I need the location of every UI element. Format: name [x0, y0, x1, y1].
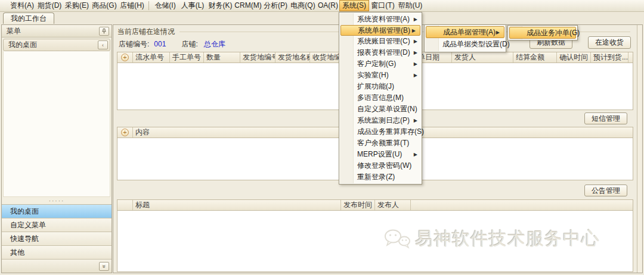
- system-menu-item-2[interactable]: 系统账目管理(C)▶: [339, 36, 422, 47]
- sms-manage-button[interactable]: 短信管理: [584, 112, 627, 124]
- system-menu-item-10[interactable]: 成品业务重算库存(S): [339, 126, 422, 138]
- announcement-grid-column-1[interactable]: 标题: [133, 200, 341, 210]
- system-menu-item-1[interactable]: 系统单据管理(B)▶: [340, 25, 420, 36]
- menu-item-label: 成品单据类型设置(D): [442, 40, 510, 48]
- announcement-grid-column-3[interactable]: 发布人: [375, 200, 411, 210]
- shop-code-label: 店铺编号:: [119, 40, 149, 48]
- announcement-grid-column-4[interactable]: [411, 200, 633, 210]
- menubar-item-9[interactable]: CRM(M): [234, 0, 262, 11]
- pin-icon: [101, 29, 107, 34]
- submenu-arrow-icon: ▶: [414, 70, 417, 81]
- transit-grid-column-1[interactable]: 流水单号: [133, 52, 170, 62]
- announcement-grid-column-0[interactable]: [117, 200, 133, 210]
- menu-item-label: 扩展功能(J): [357, 82, 394, 90]
- system-menu-item-0[interactable]: 系统资料管理(A)▶: [339, 14, 422, 25]
- menu-item-label: 报表资料管理(D): [357, 48, 410, 57]
- menubar-item-7[interactable]: 人事(L): [179, 0, 206, 11]
- splitter-grip[interactable]: ·····: [2, 197, 112, 204]
- menubar-item-11[interactable]: 电商(Q): [289, 0, 317, 11]
- system-menu-item-11[interactable]: 客户余额重算(T): [339, 138, 422, 149]
- menubar-item-14[interactable]: 窗口(T): [369, 0, 397, 11]
- menu-item-label: MERP设置(U): [357, 150, 402, 158]
- menu-item-label: 系统单据管理(B): [358, 26, 410, 35]
- menu-item-label: 客户余额重算(T): [357, 139, 409, 147]
- vertical-scrollbar[interactable]: [637, 25, 642, 273]
- transit-grid-column-11[interactable]: 确认时间: [557, 52, 591, 62]
- system-menu-item-5[interactable]: 实验室(H)▶: [339, 70, 422, 81]
- expand-all-icon[interactable]: +: [121, 129, 129, 136]
- system-menu-item-6[interactable]: 扩展功能(J): [339, 81, 422, 92]
- sidebar-menu-title: 菜单: [7, 26, 21, 36]
- transit-grid-column-3[interactable]: 数量: [204, 52, 240, 62]
- sidebar-nav-item-1[interactable]: 自定义菜单: [2, 218, 112, 232]
- system-menu-item-3[interactable]: 报表资料管理(D)▶: [339, 47, 422, 58]
- sidebar-desktop-title: 我的桌面: [8, 40, 37, 50]
- transit-grid-column-6[interactable]: 收货地编号: [310, 52, 343, 62]
- system-menu-item-8[interactable]: 自定义菜单设置(N): [339, 104, 422, 115]
- shop-name-value: 总仓库: [204, 40, 225, 48]
- menu-item-label: 成品业务重算库存(S): [357, 127, 424, 136]
- collapse-left-button[interactable]: ‹: [98, 40, 108, 49]
- menu-item-label: 系统资料管理(A): [357, 15, 410, 23]
- transit-grid-column-10[interactable]: 结算金额: [513, 52, 557, 62]
- pin-button[interactable]: [99, 27, 109, 36]
- transit-grid-column-9[interactable]: 发货人: [452, 52, 513, 62]
- menubar-item-2[interactable]: 采购(E): [63, 0, 91, 11]
- transit-receive-button[interactable]: 在途收货: [588, 36, 631, 49]
- announcement-grid-header: 标题发布时间发布人: [117, 200, 633, 211]
- expand-all-icon[interactable]: +: [121, 54, 129, 61]
- menubar-item-3[interactable]: 商品(G): [91, 0, 118, 11]
- announcement-grid-column-2[interactable]: 发布时间: [341, 200, 375, 210]
- sidebar-footer: »: [2, 260, 112, 273]
- transit-grid-column-13[interactable]: [628, 52, 633, 62]
- system-menu-item-9[interactable]: 系统监测日志(P)▶: [339, 115, 422, 126]
- menubar-item-1[interactable]: 期货(D): [36, 0, 63, 11]
- system-menu-item-14[interactable]: 重新登录(Z): [339, 171, 422, 183]
- menubar-item-8[interactable]: 财务(K): [206, 0, 234, 11]
- transit-grid-column-2[interactable]: 手工单号: [170, 52, 204, 62]
- menu-item-label: 成品业务冲单(G): [527, 29, 580, 37]
- menu-item-label: 修改登录密码(W): [357, 161, 411, 170]
- sidebar-menu-header: 菜单: [2, 25, 112, 38]
- system-menu-item-4[interactable]: 客户定制(G)▶: [339, 58, 422, 70]
- tab-my-workspace[interactable]: 我的工作台: [3, 12, 54, 24]
- shop-code-value: 001: [154, 40, 166, 48]
- submenu-arrow-icon: ▶: [414, 47, 417, 58]
- product-docs-menu-item-0[interactable]: 成品业务冲单(G): [509, 27, 576, 39]
- menu-item-label: 重新登录(Z): [357, 173, 395, 181]
- product-docs-submenu-panel: 成品业务冲单(G): [507, 25, 578, 40]
- submenu-arrow-icon: ▶: [414, 149, 417, 160]
- transit-grid-column-0[interactable]: +: [117, 52, 133, 62]
- content-grid-column-0[interactable]: +: [117, 127, 133, 138]
- transit-grid-column-4[interactable]: 发货地编号: [240, 52, 275, 62]
- sidebar-desktop-header: 我的桌面 ‹: [3, 39, 110, 51]
- transit-grid-column-12[interactable]: 预计到货...: [591, 52, 628, 62]
- menubar-item-6[interactable]: 仓储(I): [151, 0, 179, 11]
- menubar-item-4[interactable]: 店铺(H): [118, 0, 146, 11]
- watermark: 易神软件技术服务中心: [383, 227, 600, 251]
- sidebar-nav-item-3[interactable]: 其他: [2, 246, 112, 260]
- announcement-grid: 标题发布时间发布人 易神软件技术服务中心: [117, 199, 633, 272]
- system-docs-menu-item-1[interactable]: 成品单据类型设置(D): [425, 38, 506, 51]
- menubar-item-15[interactable]: 帮助(U): [397, 0, 424, 11]
- menubar-item-12[interactable]: OA(R): [317, 0, 339, 11]
- system-menu-panel: 系统资料管理(A)▶系统单据管理(B)▶系统账目管理(C)▶报表资料管理(D)▶…: [339, 12, 422, 185]
- sidebar: 菜单 我的桌面 ‹ ····· 我的桌面自定义菜单快速导航其他 »: [1, 24, 112, 273]
- menubar-item-13[interactable]: 系统(S): [339, 0, 369, 11]
- sidebar-nav-item-0[interactable]: 我的桌面: [2, 205, 112, 218]
- sidebar-nav-item-2[interactable]: 快速导航: [2, 232, 112, 246]
- more-buttons-button[interactable]: »: [99, 262, 109, 271]
- system-menu-item-12[interactable]: MERP设置(U)▶: [339, 149, 422, 160]
- system-docs-menu-item-0[interactable]: 成品单据管理(A)▶: [426, 26, 504, 38]
- wechat-logo-icon: [383, 228, 411, 251]
- system-menu-item-13[interactable]: 修改登录密码(W): [339, 160, 422, 171]
- double-chevron-icon: »: [101, 264, 107, 268]
- menubar-separator: [148, 1, 149, 10]
- transit-grid-column-5[interactable]: 发货地名称: [275, 52, 310, 62]
- menubar-item-10[interactable]: 分析(P): [262, 0, 289, 11]
- menubar-item-0[interactable]: 资料(A): [8, 0, 36, 11]
- notice-manage-button[interactable]: 公告管理: [584, 185, 627, 196]
- menu-item-label: 客户定制(G): [357, 60, 396, 68]
- menu-item-label: 自定义菜单设置(N): [357, 105, 417, 113]
- system-menu-item-7[interactable]: 多语言信息(M): [339, 92, 422, 104]
